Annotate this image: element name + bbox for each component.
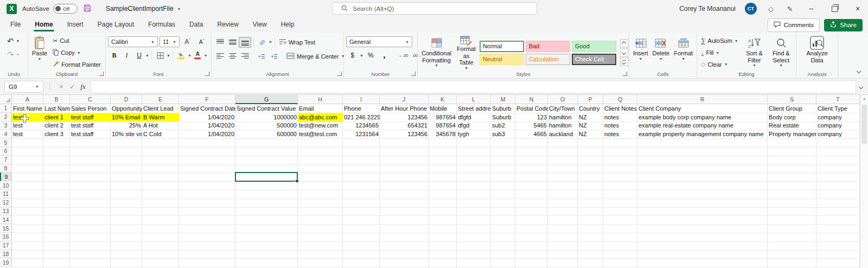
cell-F2[interactable]: 1/04/2020: [179, 113, 235, 122]
gallery-down-icon[interactable]: [620, 48, 628, 57]
expand-formula-bar-icon[interactable]: [859, 84, 863, 88]
cell-F1[interactable]: Signed Contract Date: [179, 104, 235, 113]
column-header-A[interactable]: A: [12, 95, 43, 104]
row-header-12[interactable]: 12: [0, 199, 12, 207]
cut-button[interactable]: ✂Cut: [51, 35, 103, 47]
number-dialog-launcher-icon[interactable]: [411, 72, 416, 76]
styles-dialog-launcher-icon[interactable]: [623, 72, 627, 76]
comments-button[interactable]: Comments: [768, 18, 820, 32]
row-header-4[interactable]: 4: [0, 130, 12, 138]
cell-C1[interactable]: Sales Person: [70, 104, 111, 113]
analyze-data-button[interactable]: Analyze Data: [799, 35, 835, 70]
cell-G1[interactable]: Signed Contract Value: [235, 104, 298, 113]
cell-N2[interactable]: 123: [515, 113, 548, 122]
currency-format-button[interactable]: $: [346, 50, 359, 61]
cell-M4[interactable]: sub3: [491, 130, 515, 138]
row-header-1[interactable]: 1: [0, 104, 12, 113]
selected-cell-outline[interactable]: [235, 172, 298, 182]
cell-style-good[interactable]: Good: [572, 41, 616, 52]
font-color-button[interactable]: A: [192, 50, 204, 61]
column-header-J[interactable]: J: [380, 95, 429, 104]
cancel-icon[interactable]: ×: [56, 83, 67, 91]
cell-R2[interactable]: example body corp company name: [637, 113, 768, 122]
premium-diamond-icon[interactable]: ◇: [766, 5, 776, 13]
column-header-B[interactable]: B: [43, 95, 70, 104]
cell-B4[interactable]: client 3: [43, 130, 70, 138]
share-button[interactable]: Share: [824, 19, 863, 31]
tab-help[interactable]: Help: [274, 17, 302, 33]
column-header-O[interactable]: O: [548, 95, 578, 104]
cell-R1[interactable]: Client Company: [637, 104, 768, 113]
fill-color-button[interactable]: [175, 50, 188, 61]
undo-button[interactable]: ↶▼: [5, 35, 25, 47]
column-header-P[interactable]: P: [578, 95, 603, 104]
cell-O3[interactable]: hamilton: [548, 122, 578, 130]
format-painter-button[interactable]: Format Painter: [51, 59, 103, 70]
increase-indent-icon[interactable]: [268, 51, 280, 62]
document-title[interactable]: SampleClientImportFile ▼: [106, 5, 181, 12]
bold-button[interactable]: B: [108, 50, 120, 61]
cell-Q2[interactable]: notes: [603, 113, 637, 122]
cell-T3[interactable]: company: [816, 122, 860, 130]
cell-style-normal[interactable]: Normal: [480, 41, 524, 52]
cell-G4[interactable]: 600000: [235, 130, 298, 138]
row-header-18[interactable]: 18: [0, 250, 12, 259]
cell-A1[interactable]: First Name: [12, 104, 43, 113]
cell-J4[interactable]: 123456: [380, 130, 429, 138]
cell-T4[interactable]: company: [816, 130, 860, 138]
clipboard-dialog-launcher-icon[interactable]: [99, 72, 104, 76]
cell-D3[interactable]: 25%: [111, 122, 142, 130]
cell-H2[interactable]: abc@abc.com: [298, 113, 343, 122]
column-header-I[interactable]: I: [343, 95, 380, 104]
align-right-icon[interactable]: [239, 51, 251, 62]
paste-button[interactable]: Paste ▼: [30, 35, 49, 70]
insert-cells-button[interactable]: Insert ▼: [631, 35, 650, 70]
cell-E3[interactable]: A Hot: [142, 122, 179, 130]
cell-J1[interactable]: After Hour Phone: [380, 104, 429, 113]
row-header-11[interactable]: 11: [0, 190, 12, 199]
cell-I3[interactable]: 1234565: [343, 122, 380, 130]
row-header-15[interactable]: 15: [0, 224, 12, 233]
column-header-C[interactable]: C: [70, 95, 111, 104]
tab-data[interactable]: Data: [182, 17, 210, 33]
column-header-M[interactable]: M: [491, 95, 515, 104]
cell-G2[interactable]: 1000000: [235, 113, 298, 122]
cell-J2[interactable]: 123456: [380, 113, 429, 122]
grow-font-button[interactable]: Aˆ: [181, 36, 194, 47]
column-header-L[interactable]: L: [457, 95, 491, 104]
cell-I1[interactable]: Phone: [343, 104, 380, 113]
align-center-icon[interactable]: [226, 51, 239, 62]
collapse-ribbon-icon[interactable]: [857, 69, 861, 73]
merge-center-button[interactable]: Merge & Center ▼: [285, 50, 347, 62]
cell-P3[interactable]: NZ: [578, 122, 603, 130]
tab-home[interactable]: Home: [28, 17, 60, 33]
cell-F4[interactable]: 1/04/2020: [179, 130, 235, 138]
cell-N1[interactable]: Postal Code: [515, 104, 548, 113]
cell-K2[interactable]: 987654: [429, 113, 457, 122]
cell-H4[interactable]: test@test.com: [298, 130, 343, 138]
redo-button[interactable]: ↷▼: [5, 49, 25, 60]
cell-Q1[interactable]: Client Notes: [603, 104, 637, 113]
underline-button[interactable]: U: [133, 50, 145, 61]
italic-button[interactable]: I: [120, 50, 133, 61]
row-header-17[interactable]: 17: [0, 241, 12, 250]
cell-style-neutral[interactable]: Neutral: [480, 54, 524, 65]
tab-formulas[interactable]: Formulas: [141, 17, 182, 33]
cell-K4[interactable]: 345678: [429, 130, 457, 138]
column-header-T[interactable]: T: [816, 95, 860, 104]
font-name-select[interactable]: Calibri▼: [108, 36, 158, 47]
scrollbar-thumb[interactable]: [861, 105, 867, 144]
cell-C4[interactable]: test staff: [70, 130, 111, 138]
cell-style-bad[interactable]: Bad: [526, 41, 570, 52]
format-cells-button[interactable]: Format ▼: [672, 35, 694, 70]
cell-M1[interactable]: Suburb: [491, 104, 515, 113]
cell-N4[interactable]: 4665: [515, 130, 548, 138]
cell-I4[interactable]: 1231564: [343, 130, 380, 138]
row-header-7[interactable]: 7: [0, 156, 12, 164]
format-as-table-button[interactable]: Format as Table ▼: [455, 35, 477, 70]
cell-E2[interactable]: B Warm: [142, 113, 179, 122]
cell-P2[interactable]: NZ: [578, 113, 603, 122]
cell-R3[interactable]: example real-estate company name: [637, 122, 768, 130]
cell-M3[interactable]: sub2: [491, 122, 515, 130]
cell-T2[interactable]: company: [816, 113, 860, 122]
